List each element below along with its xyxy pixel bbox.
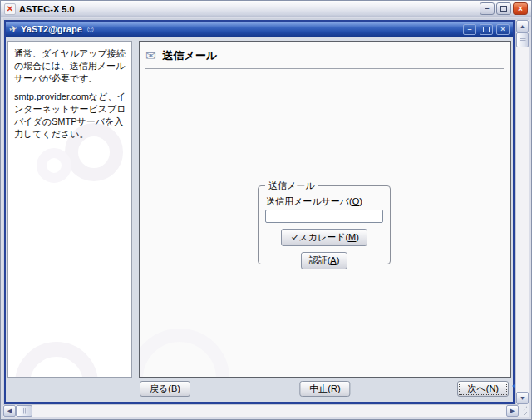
restore-icon [483, 27, 490, 32]
page-header: ✉ 送信メール [145, 48, 505, 63]
resize-grip[interactable] [519, 404, 529, 417]
help-paragraph: 通常、ダイヤルアップ接続の場合には、送信用メールサーバが必要です。 [14, 47, 126, 85]
watermark-ring [37, 148, 71, 183]
access-key: O [352, 196, 360, 206]
outer-window-title: ASTEC-X 5.0 [19, 4, 478, 14]
watermark-ring [15, 342, 98, 378]
groupbox-legend: 送信メール [265, 180, 318, 192]
outgoing-mail-groupbox: 送信メール 送信用メールサーバ(O) マスカレード(M) 認証(A) [258, 185, 391, 264]
label-text: 次へ( [467, 383, 489, 393]
help-sidebar: 通常、ダイヤルアップ接続の場合には、送信用メールサーバが必要です。 smtp.p… [7, 41, 132, 378]
maximize-icon [500, 6, 507, 12]
wizard-content: 通常、ダイヤルアップ接続の場合には、送信用メールサーバが必要です。 smtp.p… [6, 37, 513, 402]
smtp-server-label: 送信用メールサーバ(O) [266, 195, 382, 208]
authentication-button[interactable]: 認証(A) [301, 252, 348, 269]
astec-x-logo-icon: ✕ [4, 3, 16, 15]
globe-face-icon: ☺ [86, 24, 96, 34]
scroll-up-button[interactable]: ▲ [516, 20, 529, 32]
vertical-scroll-track[interactable] [516, 47, 529, 392]
header-divider [145, 68, 504, 69]
label-text: ) [337, 383, 341, 393]
inner-close-button[interactable]: × [496, 24, 510, 35]
label-text: ) [359, 196, 362, 206]
label-text: マスカレード( [289, 232, 348, 242]
outer-minimize-button[interactable]: – [480, 2, 495, 15]
scroll-left-button[interactable]: ◀ [3, 405, 16, 417]
label-text: 認証( [309, 255, 331, 265]
next-button[interactable]: 次へ(N) [457, 381, 509, 397]
page-title: 送信メール [163, 48, 218, 63]
horizontal-scroll-thumb[interactable] [16, 405, 32, 417]
access-key: A [330, 255, 336, 265]
mail-plane-icon: ✈ [8, 23, 18, 35]
label-text: ) [337, 255, 340, 265]
label-text: 送信用メールサーバ( [266, 196, 352, 206]
abort-button[interactable]: 中止(R) [299, 381, 350, 397]
access-key: M [348, 232, 356, 242]
horizontal-scrollbar[interactable]: ◀ ▶ [3, 404, 519, 417]
watermark-ring [139, 329, 229, 378]
label-text: 戻る( [150, 383, 171, 393]
label-text: ) [495, 383, 499, 393]
masquerade-button[interactable]: マスカレード(M) [281, 229, 367, 246]
horizontal-scroll-track[interactable] [32, 405, 506, 417]
back-button[interactable]: 戻る(B) [140, 381, 190, 397]
outer-titlebar[interactable]: ✕ ASTEC-X 5.0 – × [1, 1, 531, 17]
scroll-down-button[interactable]: ▼ [516, 392, 529, 404]
outer-maximize-button[interactable] [496, 2, 511, 15]
help-paragraph: smtp.provider.comなど、インターネットサービスプロバイダのSMT… [14, 91, 126, 141]
main-panel: ✉ 送信メール 送信メール 送信用メールサーバ(O) マスカレード(M) 認証(… [139, 41, 511, 378]
envelope-icon: ✉ [145, 49, 156, 62]
vertical-scrollbar[interactable]: ▲ ▼ [515, 20, 529, 404]
inner-restore-button[interactable] [480, 24, 493, 35]
inner-minimize-button[interactable]: – [463, 24, 476, 35]
vertical-scroll-thumb[interactable] [516, 32, 529, 47]
inner-titlebar[interactable]: ✈ YaST2@grape ☺ – × [6, 22, 513, 37]
scroll-right-button[interactable]: ▶ [506, 405, 519, 417]
outer-close-button[interactable]: × [513, 2, 528, 15]
outer-client-area: ✈ YaST2@grape ☺ – × 通常、ダイヤルアップ接続の場合には、送信… [3, 18, 529, 417]
label-text: 中止( [309, 383, 331, 393]
label-text: ) [356, 232, 359, 242]
astec-x-window: ✕ ASTEC-X 5.0 – × ✈ YaST2@grape ☺ – × [0, 0, 532, 420]
access-key: R [331, 383, 337, 393]
label-text: ) [177, 383, 180, 393]
inner-window-title: YaST2@grape [21, 24, 82, 34]
smtp-server-input[interactable] [265, 210, 383, 223]
yast2-window: ✈ YaST2@grape ☺ – × 通常、ダイヤルアップ接続の場合には、送信… [4, 20, 515, 404]
wizard-button-bar: 戻る(B) 中止(R) 次へ(N) [139, 381, 511, 398]
